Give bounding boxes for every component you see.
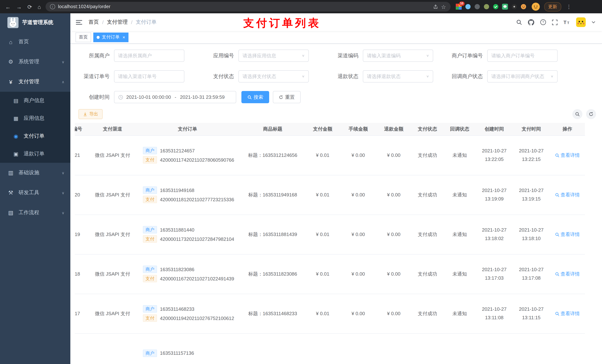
- tab-close-icon[interactable]: ×: [123, 35, 125, 39]
- home-icon[interactable]: ⌂: [38, 4, 41, 10]
- site-info-icon[interactable]: i: [50, 4, 55, 9]
- column-header[interactable]: 商品标题: [240, 123, 305, 135]
- merchant-order-no: 1635311881440: [160, 227, 194, 232]
- filter-input-field[interactable]: [118, 53, 180, 58]
- column-header[interactable]: 退款金额: [376, 123, 411, 135]
- cell-title: 标题：1635312124656: [240, 135, 305, 175]
- extension-olive-icon[interactable]: [483, 4, 489, 10]
- browser-profile-avatar[interactable]: [531, 3, 540, 11]
- view-detail-link[interactable]: 查看详情: [555, 191, 580, 198]
- update-button[interactable]: 更新: [544, 2, 561, 11]
- cell-order-numbers: 商户1635312124657支付42000011742021102780605…: [135, 135, 240, 175]
- view-tab[interactable]: 首页: [75, 32, 91, 42]
- reset-button[interactable]: 重置: [273, 91, 301, 103]
- sidebar-item[interactable]: ⚙系统管理∨: [0, 52, 70, 72]
- sidebar-subitem[interactable]: ▦应用信息: [0, 110, 70, 127]
- search-icon[interactable]: [516, 19, 522, 25]
- extension-drop-icon[interactable]: [465, 4, 471, 10]
- cell-create-time: 2021-10-27 13:22:05: [476, 135, 513, 175]
- date-range-picker[interactable]: 2021-10-01 00:00:00 - 2021-10-31 23:59:5…: [114, 91, 236, 103]
- cell-id: 18: [75, 254, 90, 294]
- refresh-button-icon: [279, 95, 283, 99]
- column-header[interactable]: 支付渠道: [90, 123, 135, 135]
- sidebar-item[interactable]: ⌂首页: [0, 32, 70, 52]
- app-title: 芋道管理系统: [22, 19, 53, 26]
- refresh-table-icon[interactable]: [586, 109, 596, 119]
- app-logo[interactable]: 芋道管理系统: [0, 13, 70, 32]
- reload-icon[interactable]: ⟳: [27, 4, 32, 10]
- sidebar: 芋道管理系统 ⌂首页⚙系统管理∨¥支付管理∧▤商户信息▦应用信息◉支付订单▣退款…: [0, 13, 70, 364]
- merchant-order-no: 1635311157136: [160, 350, 194, 356]
- cell-pay-status: 支付成功: [411, 175, 443, 215]
- column-header[interactable]: 支付金额: [305, 123, 340, 135]
- column-header[interactable]: 支付状态: [411, 123, 443, 135]
- toggle-search-icon[interactable]: [572, 109, 582, 119]
- sidebar-item[interactable]: ¥支付管理∧: [0, 72, 70, 92]
- view-detail-link[interactable]: 查看详情: [555, 310, 580, 317]
- font-size-icon[interactable]: TT: [563, 20, 570, 25]
- filter-select[interactable]: 请选择支付状态∨: [238, 70, 309, 83]
- fullscreen-icon[interactable]: [552, 20, 558, 25]
- top-navbar: 首页/支付管理/支付订单 支付订单列表 ?: [70, 13, 602, 31]
- column-header[interactable]: 支付订单: [135, 123, 240, 135]
- user-avatar[interactable]: [576, 17, 586, 27]
- filter-select[interactable]: 请选择退款状态∨: [363, 70, 433, 83]
- back-icon[interactable]: ←: [5, 4, 11, 10]
- filter-input[interactable]: [487, 50, 558, 62]
- forward-icon[interactable]: →: [16, 4, 22, 10]
- extension-pin-icon[interactable]: [511, 4, 517, 10]
- extension-chat-icon[interactable]: [502, 4, 508, 10]
- date-end-value[interactable]: 2021-10-31 23:59:59: [180, 94, 225, 100]
- filter-input-field[interactable]: [491, 53, 553, 58]
- breadcrumb-item[interactable]: 支付管理: [107, 19, 128, 26]
- export-button[interactable]: 导出: [78, 109, 103, 119]
- cell-create-time: 2021-10-27 13:19:09: [476, 175, 513, 215]
- extension-face-icon[interactable]: [520, 4, 526, 10]
- tab-label: 首页: [79, 34, 88, 40]
- sidebar-subitem[interactable]: ▤商户信息: [0, 92, 70, 110]
- download-icon: [83, 112, 87, 116]
- filter-input[interactable]: [114, 70, 184, 83]
- column-header[interactable]: 支付时间: [513, 123, 550, 135]
- sidebar-item[interactable]: ▧工作流程∨: [0, 203, 70, 223]
- cell-actions: 查看详情: [550, 175, 585, 215]
- view-detail-link[interactable]: 查看详情: [555, 270, 580, 277]
- view-tab[interactable]: 支付订单×: [93, 32, 129, 42]
- sidebar-item[interactable]: ▥基础设施∨: [0, 163, 70, 183]
- tab-label: 支付订单: [102, 34, 119, 40]
- column-header[interactable]: 编号: [75, 123, 90, 135]
- column-header[interactable]: 手续金额: [340, 123, 376, 135]
- column-header[interactable]: 创建时间: [476, 123, 513, 135]
- column-header[interactable]: 操作: [550, 123, 585, 135]
- github-icon[interactable]: [528, 19, 534, 25]
- filter-select[interactable]: 请选择订单回调商户状态∨: [487, 70, 558, 83]
- cell-order-numbers: 商户1635311823086支付42000011672021102710224…: [135, 254, 240, 294]
- view-detail-link[interactable]: 查看详情: [555, 231, 580, 238]
- sidebar-subitem[interactable]: ▣退款订单: [0, 145, 70, 163]
- share-icon[interactable]: [433, 4, 438, 9]
- svg-text:T: T: [567, 21, 569, 25]
- extension-check-icon[interactable]: [493, 4, 498, 10]
- cell-id: 21: [75, 135, 90, 175]
- address-bar[interactable]: i localhost:1024/pay/order ☆: [45, 2, 450, 11]
- filter-input-field[interactable]: [118, 74, 180, 79]
- filter-input[interactable]: [114, 50, 184, 62]
- sidebar-subitem[interactable]: ◉支付订单: [0, 127, 70, 145]
- breadcrumb-item[interactable]: 首页: [88, 19, 99, 26]
- help-question-icon[interactable]: ?: [540, 19, 546, 25]
- sidebar-item[interactable]: ⚒研发工具∨: [0, 183, 70, 203]
- search-button[interactable]: 搜索: [241, 91, 269, 103]
- cell-order-numbers: 商户1635311881440支付42000011732021102728479…: [135, 215, 240, 254]
- extension-gray-icon[interactable]: [474, 4, 480, 10]
- browser-menu-icon[interactable]: ⋮: [566, 4, 572, 10]
- bookmark-star-icon[interactable]: ☆: [441, 4, 446, 10]
- date-start-value[interactable]: 2021-10-01 00:00:00: [126, 94, 171, 100]
- app-frame: 芋道管理系统 ⌂首页⚙系统管理∨¥支付管理∧▤商户信息▦应用信息◉支付订单▣退款…: [0, 13, 602, 364]
- filter-select[interactable]: 请输入渠道编码∨: [363, 50, 433, 62]
- column-header[interactable]: 回调状态: [443, 123, 476, 135]
- view-detail-link[interactable]: 查看详情: [555, 152, 580, 158]
- extensions-puzzle-icon[interactable]: 10: [456, 4, 462, 10]
- caret-down-icon[interactable]: [592, 21, 595, 23]
- filter-select[interactable]: 请选择应用信息∨: [238, 50, 309, 62]
- hamburger-icon[interactable]: [75, 19, 83, 26]
